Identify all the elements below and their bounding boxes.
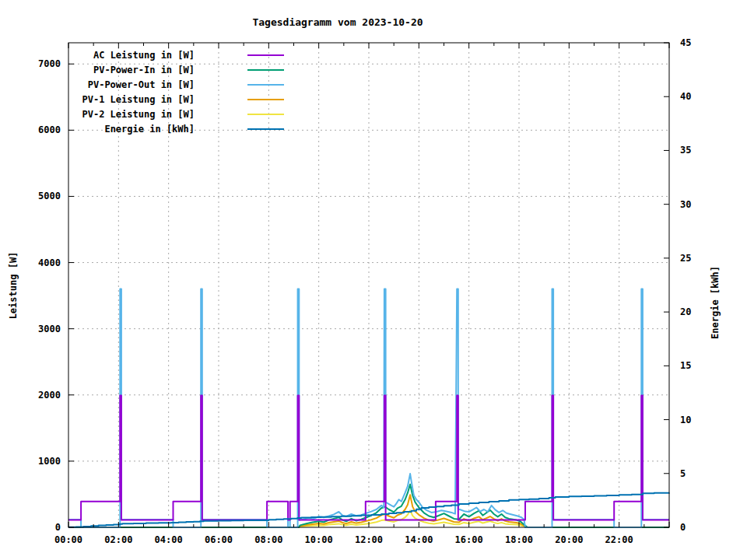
x-tick-label: 02:00 (104, 534, 132, 545)
legend-label: PV-1 Leistung in [W] (82, 94, 195, 105)
left-tick-label: 0 (55, 522, 61, 533)
x-tick-label: 22:00 (605, 534, 633, 545)
right-tick-label: 35 (680, 145, 691, 156)
legend-label: PV-2 Leistung in [W] (82, 109, 195, 120)
right-tick-label: 40 (680, 91, 691, 102)
x-tick-label: 10:00 (305, 534, 333, 545)
series-line-1 (68, 396, 669, 520)
chart-canvas: Tagesdiagramm vom 2023-10-20 Leistung [W… (0, 0, 747, 560)
left-tick-label: 6000 (38, 124, 61, 135)
legend-label: PV-Power-In in [W] (93, 65, 195, 75)
right-tick-label: 5 (680, 468, 686, 479)
right-tick-label: 30 (680, 199, 691, 210)
right-tick-label: 25 (680, 253, 691, 264)
x-tick-label: 08:00 (254, 534, 282, 545)
right-tick-label: 0 (680, 522, 686, 533)
legend-label: Energie in [kWh] (104, 124, 195, 135)
left-tick-label: 5000 (38, 191, 61, 201)
left-tick-label: 1000 (38, 456, 61, 467)
x-tick-label: 18:00 (505, 534, 533, 545)
right-tick-label: 20 (680, 306, 691, 317)
x-tick-label: 16:00 (455, 534, 483, 545)
x-tick-label: 06:00 (205, 534, 233, 545)
left-tick-label: 7000 (38, 58, 61, 69)
x-tick-label: 14:00 (405, 534, 433, 545)
plot-area: 00:0002:0004:0006:0008:0010:0012:0014:00… (0, 0, 747, 560)
legend-label: PV-Power-Out in [W] (88, 79, 195, 90)
right-tick-label: 15 (680, 360, 691, 371)
right-tick-label: 10 (680, 415, 691, 425)
right-tick-label: 45 (680, 37, 691, 48)
left-tick-label: 2000 (38, 390, 61, 401)
x-tick-label: 20:00 (555, 534, 583, 545)
x-tick-label: 00:00 (54, 534, 82, 545)
left-tick-label: 4000 (38, 257, 61, 268)
legend-label: AC Leistung in [W] (93, 50, 195, 61)
x-tick-label: 04:00 (155, 534, 183, 545)
x-tick-label: 12:00 (355, 534, 383, 545)
left-tick-label: 3000 (38, 324, 61, 334)
